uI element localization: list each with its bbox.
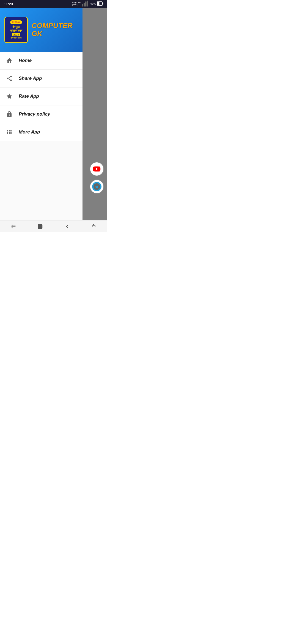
menu-item-share[interactable]: Share App [0, 70, 82, 88]
youtube-fab-button[interactable] [90, 162, 104, 176]
menu-item-more[interactable]: More App [0, 123, 82, 141]
nav-home-button[interactable] [32, 220, 48, 233]
lock-icon [6, 110, 13, 118]
svg-rect-7 [12, 225, 12, 228]
logo-subtext: प्रश्नोत्तर सहित [11, 37, 21, 39]
menu-item-privacy[interactable]: Privacy policy [0, 105, 82, 123]
navigation-bar [0, 220, 107, 232]
menu-item-home[interactable]: Home [0, 52, 82, 70]
app-title: COMPUTER GK [32, 22, 78, 37]
svg-rect-5 [97, 2, 99, 5]
menu-label-rate: Rate App [19, 94, 39, 99]
svg-rect-3 [87, 1, 88, 7]
grid-icon [6, 128, 13, 136]
status-bar: 11:23 Vo) LTELTE1 35% [0, 0, 107, 8]
logo-year: 2023 [12, 33, 20, 36]
svg-rect-1 [84, 3, 85, 7]
telegram-icon [92, 182, 101, 191]
nav-recents-button[interactable] [5, 220, 22, 233]
nav-accessibility-button[interactable] [86, 220, 102, 233]
telegram-fab-button[interactable] [90, 179, 104, 194]
logo-text-hi: कंप्यूटर सामान्य ज्ञान [10, 25, 22, 32]
overlay-area[interactable] [82, 8, 107, 220]
menu-item-rate[interactable]: Rate App [0, 88, 82, 105]
main-container: 12000+ कंप्यूटर सामान्य ज्ञान 2023 प्रश्… [0, 8, 107, 220]
navigation-drawer: 12000+ कंप्यूटर सामान्य ज्ञान 2023 प्रश्… [0, 8, 82, 220]
svg-rect-2 [85, 2, 87, 7]
menu-label-more: More App [19, 129, 40, 135]
svg-rect-6 [103, 3, 103, 4]
svg-rect-10 [13, 227, 13, 228]
battery-icon [97, 0, 103, 7]
svg-rect-11 [38, 224, 42, 228]
app-logo: 12000+ कंप्यूटर सामान्य ज्ञान 2023 प्रश्… [4, 17, 28, 43]
svg-rect-8 [13, 225, 13, 226]
battery-indicator: 35% [90, 2, 96, 6]
logo-badge: 12000+ [10, 20, 22, 24]
share-icon [6, 75, 13, 82]
menu-list: Home Share App Rate App [0, 52, 82, 220]
status-time: 11:23 [4, 2, 13, 6]
svg-rect-9 [13, 226, 13, 227]
menu-label-privacy: Privacy policy [19, 111, 50, 117]
svg-rect-0 [82, 4, 83, 7]
svg-point-13 [93, 224, 94, 225]
home-icon [6, 57, 13, 64]
menu-label-home: Home [19, 58, 32, 63]
menu-label-share: Share App [19, 76, 42, 81]
network-indicator: Vo) LTELTE1 [72, 1, 81, 7]
status-icons: Vo) LTELTE1 35% [72, 0, 103, 7]
nav-back-button[interactable] [59, 220, 75, 233]
signal-bars [82, 0, 89, 7]
drawer-header: 12000+ कंप्यूटर सामान्य ज्ञान 2023 प्रश्… [0, 8, 82, 52]
star-icon [6, 92, 13, 100]
